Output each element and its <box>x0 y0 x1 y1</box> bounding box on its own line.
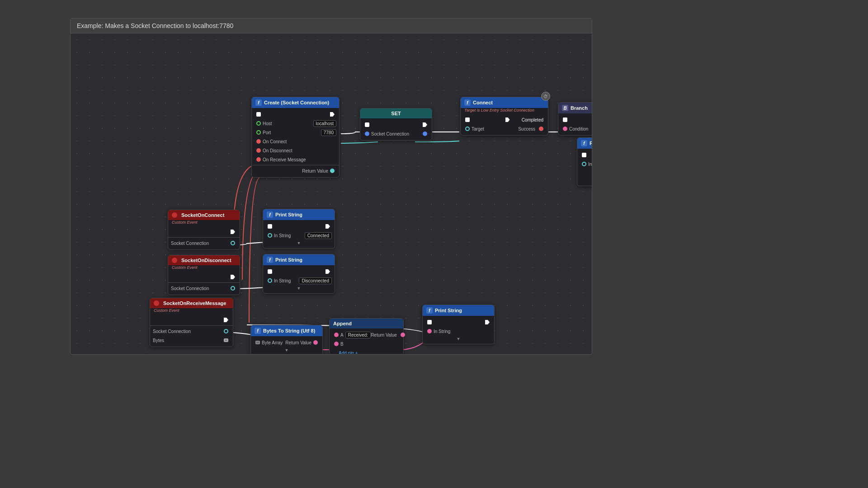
socket-on-connect-socket-pin <box>231 241 235 245</box>
connect-success-pin <box>539 127 543 131</box>
editor-title: Example: Makes a Socket Connection to lo… <box>71 19 592 33</box>
create-socket-icon: f <box>255 99 262 106</box>
print-fail-icon: f <box>581 140 587 146</box>
print-disconnected-header: f Print String <box>263 254 335 265</box>
connect-subtitle: Target is Low Entry Socket Connection <box>461 108 548 113</box>
append-return-label: Return Value <box>371 333 399 338</box>
create-on-receive-label: On Receive Message <box>263 157 336 162</box>
append-add-pin-button[interactable]: Add pin + <box>339 351 358 354</box>
create-port-pin <box>256 130 261 135</box>
print-connected-collapse: ▼ <box>263 240 335 246</box>
connect-target-label: Target <box>472 127 504 131</box>
print-connected-instring-label: In String <box>274 233 303 238</box>
print-connected-exec-in <box>268 224 272 229</box>
append-b-pin <box>334 342 339 346</box>
create-exec-in <box>256 112 261 117</box>
print-connected-value[interactable]: Connected <box>305 232 332 239</box>
socket-on-disconnect-node: SocketOnDisconnect Custom Event Socket C… <box>168 255 240 295</box>
print-fail-exec-in <box>582 153 586 157</box>
set-node: SET Socket Connection <box>360 108 432 141</box>
print-fail-collapse: ▼ <box>577 178 592 184</box>
print-received-title: Print String <box>435 308 462 313</box>
print-fail-instring-label: In String <box>588 162 592 167</box>
create-return-label: Return Value <box>255 169 328 174</box>
socket-on-disconnect-exec-out <box>231 275 235 279</box>
create-socket-title: Create (Socket Connection) <box>264 100 329 105</box>
append-a-label: A <box>340 333 344 338</box>
bytes-to-string-collapse: ▼ <box>251 347 322 353</box>
print-received-node: f Print String In String ▼ <box>422 305 495 344</box>
bytes-to-string-title: Bytes To String (Utf 8) <box>263 328 315 333</box>
connect-title: Connect <box>473 100 493 105</box>
append-return-pin <box>401 333 405 337</box>
print-received-exec-out <box>485 320 490 324</box>
connect-icon: f <box>464 99 471 106</box>
append-a-pin <box>334 333 339 337</box>
create-on-connect-pin <box>256 139 261 144</box>
print-received-instring-label: In String <box>434 329 491 334</box>
bytes-to-string-return-label: Return Value <box>285 340 311 345</box>
socket-on-receive-socket-pin <box>224 329 228 333</box>
branch-condition-pin <box>563 127 567 131</box>
wire-layer <box>71 33 592 354</box>
print-fail-title: Print String <box>590 141 592 146</box>
create-socket-node: f Create (Socket Connection) Host localh… <box>251 97 340 178</box>
set-exec-in <box>365 122 369 127</box>
socket-on-connect-socket-label: Socket Connection <box>171 241 229 246</box>
title-text: Example: Makes a Socket Connection to lo… <box>77 22 233 29</box>
socket-on-connect-node: SocketOnConnect Custom Event Socket Conn… <box>168 210 240 250</box>
print-disconnected-icon: f <box>267 257 273 263</box>
append-b-label: B <box>340 342 401 347</box>
print-disconnected-node: f Print String In String Disconnected ▼ <box>263 254 335 294</box>
clock-badge: ⏱ <box>541 92 550 101</box>
create-port-label: Port <box>263 130 319 135</box>
socket-on-disconnect-subtitle: Custom Event <box>168 265 240 271</box>
bytes-to-string-icon: f <box>255 328 261 334</box>
create-socket-header: f Create (Socket Connection) <box>252 97 339 108</box>
append-a-value[interactable]: Received: <box>345 332 371 338</box>
create-exec-out <box>330 112 335 117</box>
create-on-disconnect-label: On Disconnect <box>263 148 336 153</box>
print-disconnected-instring-pin <box>268 278 272 283</box>
branch-title: Branch <box>571 105 588 111</box>
print-connected-instring-pin <box>268 233 272 238</box>
print-disconnected-instring-label: In String <box>274 278 297 283</box>
connect-success-label: Success <box>504 127 538 131</box>
print-received-collapse: ▼ <box>423 336 494 342</box>
socket-on-connect-subtitle: Custom Event <box>168 220 240 225</box>
print-received-header: f Print String <box>423 305 494 316</box>
blueprint-canvas[interactable]: f Create (Socket Connection) Host localh… <box>71 33 592 354</box>
socket-on-receive-icon <box>154 300 159 306</box>
bytes-to-string-bytearray-pin <box>255 341 260 344</box>
print-connected-title: Print String <box>275 212 302 217</box>
socket-on-receive-title: SocketOnReceiveMessage <box>163 300 226 306</box>
socket-on-receive-bytes-label: Bytes <box>153 338 222 343</box>
bytes-to-string-node: f Bytes To String (Utf 8) Byte Array Ret… <box>250 325 323 354</box>
print-received-exec-in <box>427 320 432 324</box>
create-on-receive-pin <box>256 157 261 162</box>
create-on-disconnect-pin <box>256 148 261 153</box>
print-disconnected-exec-out <box>326 269 330 274</box>
socket-on-connect-icon <box>172 212 177 218</box>
print-disconnected-value[interactable]: Disconnected <box>299 277 332 284</box>
set-header: SET <box>360 108 432 118</box>
create-on-connect-label: On Connect <box>263 139 336 144</box>
append-header: Append <box>330 319 403 328</box>
create-port-value[interactable]: 7780 <box>321 129 336 136</box>
connect-target-pin <box>465 127 470 131</box>
socket-on-disconnect-socket-pin <box>231 286 235 291</box>
set-socket-out-pin <box>423 131 427 136</box>
print-fail-node: f Print String In String Failed to conne… <box>577 137 592 186</box>
bytes-to-string-return-pin <box>313 340 318 345</box>
create-host-pin <box>256 121 261 126</box>
branch-node: B Branch True Condition False <box>558 102 592 136</box>
branch-icon: B <box>562 105 568 111</box>
print-disconnected-exec-in <box>268 269 272 274</box>
create-host-value[interactable]: localhost <box>313 120 336 127</box>
connect-node: ⏱ f Connect Target is Low Entry Socket C… <box>460 97 548 136</box>
socket-on-receive-header: SocketOnReceiveMessage <box>150 298 233 308</box>
socket-on-receive-node: SocketOnReceiveMessage Custom Event Sock… <box>150 298 233 347</box>
print-connected-node: f Print String In String Connected ▼ <box>263 209 335 249</box>
append-title: Append <box>333 321 352 326</box>
socket-on-disconnect-header: SocketOnDisconnect <box>168 255 240 265</box>
